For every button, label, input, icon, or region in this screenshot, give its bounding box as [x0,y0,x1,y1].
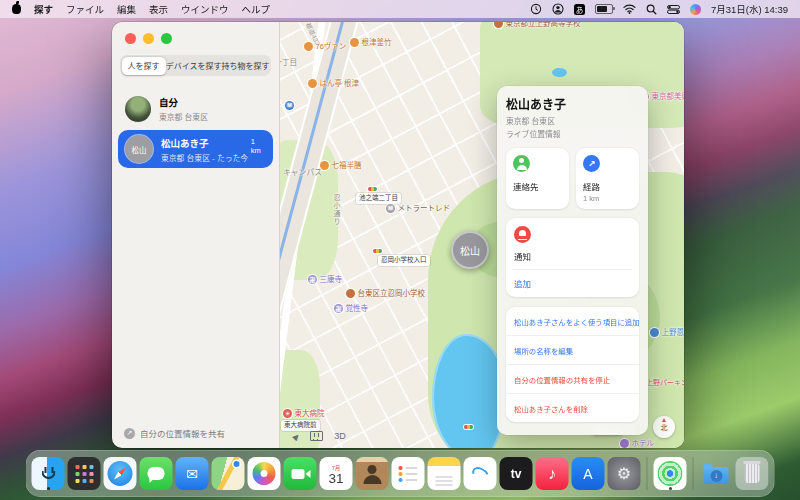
dock-reminders-icon[interactable] [392,457,425,490]
menu-bar-clock[interactable]: 7月31日(水) 14:39 [711,2,788,16]
contact-button[interactable]: 連絡先 [506,148,569,209]
person-row-2[interactable]: 松山松山あき子東京都 台東区 - たった今1 km [118,130,273,168]
restaurant-icon [350,38,359,47]
map-label-text: キャンパス [283,169,322,177]
menu-item-4[interactable]: 表示 [149,2,168,16]
person-detail: 東京都 台東区 - たった今 [161,152,243,163]
minimize-button[interactable] [143,33,154,44]
avatar: 松山 [125,135,153,163]
wifi-icon[interactable] [623,4,636,14]
control-center-icon[interactable] [667,5,680,14]
person-row-1[interactable]: 自分東京都 台東区 [118,90,273,127]
action-row-2[interactable]: 場所の名称を編集 [506,335,639,364]
dock-messages-icon[interactable] [140,457,173,490]
map-label-text: 東京都美術館 [652,93,685,101]
dock-photos-icon[interactable] [248,457,281,490]
menu-item-1[interactable]: 探す [34,2,53,16]
person-location-marker[interactable]: 松山 [451,231,489,269]
dock-separator [693,457,694,490]
directions-button[interactable]: ↗ 経路 1 km [576,148,639,209]
dock-facetime-icon[interactable] [284,457,317,490]
person-meta: 松山あき子東京都 台東区 - たった今 [161,136,243,163]
map-label-text: 東大病院 [295,410,325,418]
battery-icon[interactable] [595,4,613,14]
dock-notes-icon[interactable] [428,457,461,490]
running-indicator [669,487,672,490]
map-label-text: 覚性寺 [346,305,369,313]
map-label-一丁目: 一丁目 [280,59,297,67]
user-account-icon[interactable] [552,3,564,15]
map-label-池之端二丁目: 池之端二丁目 [356,193,401,204]
dock-settings-icon[interactable]: ⚙ [608,457,641,490]
map-view[interactable]: 都道43776ヴァン根津釜竹はん亭 根津一丁目七福半膳キャンパス忍小通り池之端二… [280,22,684,448]
person-info-panel: 松山あき子 東京都 台東区 ライブ位置情報 連絡先 ↗ 経路 1 km 通知 追… [497,86,648,435]
apple-menu-icon[interactable] [12,4,21,14]
map-label-text: 一丁目 [280,59,297,67]
share-location-row[interactable]: ↗ 自分の位置情報を共有 [124,427,225,439]
map-label-text: 東京都立上野高等学校 [506,22,581,27]
dock-tv-icon[interactable]: tv [500,457,533,490]
dock-appstore-icon[interactable]: A [572,457,605,490]
map-label-三康寺: 卍三康寺 [308,275,342,284]
action-row-3[interactable]: 自分の位置情報の共有を停止 [506,364,639,393]
park-icon [650,328,659,337]
dock-safari-icon[interactable] [104,457,137,490]
dock-music-icon[interactable]: ♪ [536,457,569,490]
small-pond [552,68,567,77]
dock-trash-icon[interactable] [736,457,769,490]
focus-clock-icon[interactable] [530,3,542,15]
close-button[interactable] [125,33,136,44]
dock-launchpad-icon[interactable] [68,457,101,490]
menu-item-6[interactable]: ヘルプ [242,2,271,16]
compass[interactable]: 北 [653,416,675,438]
map-label-東京都立上野高等学校: 東京都立上野高等学校 [494,22,581,28]
share-location-icon: ↗ [124,428,135,439]
current-location-button[interactable]: ▶ [291,431,302,442]
contact-icon [513,155,530,172]
map-label-上野パーキング: 上野パーキング [646,379,684,386]
segmented-control: 人を探すデバイスを探す持ち物を探す [120,55,271,76]
menu-item-5[interactable]: ウインドウ [181,2,229,16]
dock-mail-icon[interactable]: ✉ [176,457,209,490]
siri-icon[interactable] [690,4,701,15]
wine-icon [304,42,313,51]
dock-calendar-icon[interactable]: 7月31 [320,457,353,490]
menu-item-3[interactable]: 編集 [117,2,136,16]
metro-icon: M [285,101,294,110]
dock-freeform-icon[interactable] [464,457,497,490]
people-list: 自分東京都 台東区松山松山あき子東京都 台東区 - たった今1 km [112,90,279,168]
bus-stop-icon [373,249,382,253]
avatar [125,96,151,122]
tab-3[interactable]: 持ち物を探す [222,57,270,75]
dock-contacts-icon[interactable] [356,457,389,490]
dock-finder-icon[interactable] [32,457,65,490]
bus-stop-icon [464,425,473,429]
tab-1[interactable]: 人を探す [122,57,166,75]
dock-maps-icon[interactable] [212,457,245,490]
map-label-text: 台東区立忍岡小学校 [358,290,426,298]
map-mode-button[interactable] [310,431,323,441]
bus-stop-icon [368,187,377,191]
map-3d-button[interactable]: 3D [334,431,346,441]
dock-downloads-icon[interactable] [700,457,733,490]
map-label-text: 76ヴァン [316,43,347,51]
sidebar: 人を探すデバイスを探す持ち物を探す 自分東京都 台東区松山松山あき子東京都 台東… [112,22,280,448]
map-label-text: ホテル [632,440,655,448]
running-indicator [47,487,50,490]
map-label-東大病院: +東大病院 [283,409,325,418]
menu-item-2[interactable]: ファイル [66,2,104,16]
action-row-4[interactable]: 松山あき子さんを削除 [506,393,639,422]
add-notification-button[interactable]: 追加 [514,270,631,297]
window-controls [112,22,279,44]
school-icon [346,289,355,298]
map-label-76ヴァン: 76ヴァン [304,42,346,51]
pond [432,334,506,448]
zoom-button[interactable] [161,33,172,44]
map-label-text: メトラートレド [398,205,451,213]
dock-findmy-icon[interactable] [654,457,687,490]
action-row-1[interactable]: 松山あき子さんをよく使う項目に追加 [506,307,639,335]
input-source-icon[interactable]: あ [574,4,585,15]
tab-2[interactable]: デバイスを探す [166,57,222,75]
person-distance: 1 km [251,135,266,155]
spotlight-search-icon[interactable] [646,4,657,15]
